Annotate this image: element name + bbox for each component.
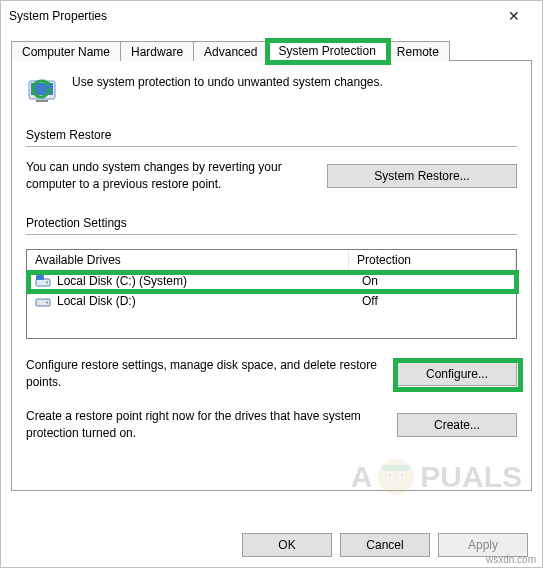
tab-remote[interactable]: Remote: [386, 41, 450, 61]
ok-button[interactable]: OK: [242, 533, 332, 557]
intro-text: Use system protection to undo unwanted s…: [72, 75, 383, 89]
tab-computer-name[interactable]: Computer Name: [11, 41, 121, 61]
drive-name: Local Disk (C:) (System): [57, 274, 187, 288]
drive-name: Local Disk (D:): [57, 294, 136, 308]
drive-icon: [35, 294, 51, 308]
button-label: Configure...: [426, 367, 488, 381]
group-protection-settings: Available Drives Protection Local Disk (…: [26, 234, 517, 443]
tab-body-system-protection: Use system protection to undo unwanted s…: [11, 61, 532, 491]
window-title: System Properties: [9, 9, 494, 23]
intro-row: Use system protection to undo unwanted s…: [26, 75, 517, 114]
drives-list[interactable]: Available Drives Protection Local Disk (…: [26, 249, 517, 339]
svg-rect-5: [36, 275, 44, 280]
button-label: Cancel: [366, 538, 403, 552]
content-area: Computer Name Hardware Advanced System P…: [1, 31, 542, 491]
tab-advanced[interactable]: Advanced: [193, 41, 268, 61]
group-system-restore: You can undo system changes by reverting…: [26, 146, 517, 194]
titlebar: System Properties ✕: [1, 1, 542, 31]
svg-rect-2: [36, 100, 48, 102]
drive-row[interactable]: Local Disk (C:) (System) On: [27, 271, 516, 291]
configure-description: Configure restore settings, manage disk …: [26, 357, 389, 392]
close-button[interactable]: ✕: [494, 2, 534, 30]
column-header-drives[interactable]: Available Drives: [27, 250, 349, 270]
tab-strip: Computer Name Hardware Advanced System P…: [11, 37, 532, 61]
button-label: Create...: [434, 418, 480, 432]
create-description: Create a restore point right now for the…: [26, 408, 389, 443]
drive-protection: Off: [362, 294, 378, 308]
tab-label: Computer Name: [22, 45, 110, 59]
button-label: OK: [278, 538, 295, 552]
group-label-protection-settings: Protection Settings: [26, 216, 517, 230]
system-restore-button[interactable]: System Restore...: [327, 164, 517, 188]
configure-button[interactable]: Configure...: [397, 362, 517, 386]
drives-header: Available Drives Protection: [27, 250, 516, 271]
system-protection-icon: [26, 75, 62, 114]
drive-protection: On: [362, 274, 378, 288]
svg-point-8: [46, 301, 48, 303]
group-label-system-restore: System Restore: [26, 128, 517, 142]
button-label: System Restore...: [374, 169, 469, 183]
column-header-protection[interactable]: Protection: [349, 250, 516, 270]
svg-point-6: [46, 281, 48, 283]
button-label: Apply: [468, 538, 498, 552]
tab-label: Hardware: [131, 45, 183, 59]
create-button[interactable]: Create...: [397, 413, 517, 437]
tab-label: Remote: [397, 45, 439, 59]
tab-system-protection[interactable]: System Protection: [267, 40, 386, 61]
close-icon: ✕: [508, 8, 520, 24]
cancel-button[interactable]: Cancel: [340, 533, 430, 557]
drive-row[interactable]: Local Disk (D:) Off: [27, 291, 516, 311]
system-restore-description: You can undo system changes by reverting…: [26, 159, 319, 194]
drive-icon: [35, 274, 51, 288]
footer-mark: wsxdn.com: [486, 554, 536, 565]
tab-label: System Protection: [278, 44, 375, 58]
system-properties-window: System Properties ✕ Computer Name Hardwa…: [0, 0, 543, 568]
tab-label: Advanced: [204, 45, 257, 59]
tab-hardware[interactable]: Hardware: [120, 41, 194, 61]
